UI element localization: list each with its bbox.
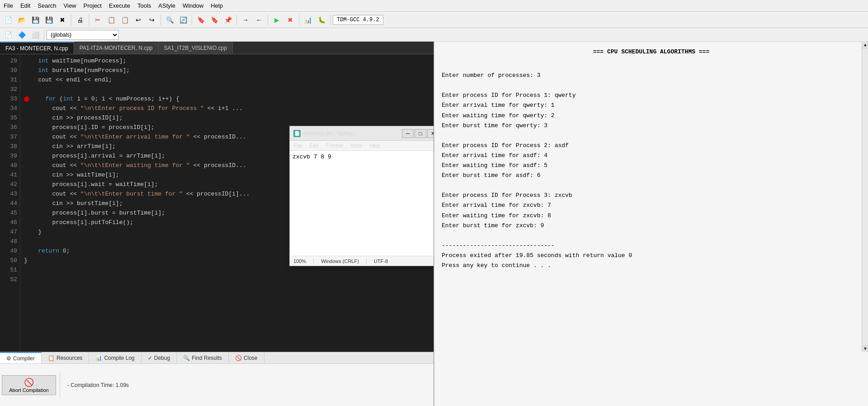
compiler-label: TDM-GCC 4.9.2: [333, 15, 383, 25]
tab-close[interactable]: 🚫 Close: [229, 352, 264, 363]
compile-run-btn[interactable]: ▶: [270, 14, 283, 26]
file-tabs: FA3 - MONTECER, N.cpp PA1-IT2A-MONTECER,…: [0, 42, 434, 54]
menu-tools[interactable]: Tools: [134, 1, 155, 10]
tab-compiler[interactable]: ⚙ Compiler: [0, 352, 42, 363]
notepad-title: process.txt - Notep...: [303, 130, 358, 137]
notepad-menubar: File Edit Format View Help: [290, 141, 434, 151]
console-line-4: Enter arrival time for qwerty: 1: [442, 100, 861, 110]
menu-help[interactable]: Help: [207, 1, 226, 10]
console-line-10: Enter waiting time for asdf: 5: [442, 161, 861, 171]
abort-icon: 🚫: [24, 377, 34, 387]
new-file-btn[interactable]: 📄: [2, 14, 14, 26]
debug-btn[interactable]: 🐛: [315, 14, 328, 26]
console-line-13: Enter process ID for Process 3: zxcvb: [442, 191, 861, 201]
compiler-icon: ⚙: [6, 355, 11, 362]
toolbar-sep-1: [71, 14, 71, 25]
notepad-statusbar: 100% Windows (CRLF) UTF-8: [290, 256, 434, 266]
toolbar-sep-7: [299, 14, 299, 25]
right-scroll-up[interactable]: ▲: [862, 42, 868, 48]
bookmark-btn[interactable]: 🔖: [194, 14, 207, 26]
tab-resources[interactable]: 📋 Resources: [42, 352, 89, 363]
menu-view[interactable]: View: [60, 1, 80, 10]
notepad-sep1: [313, 258, 314, 264]
menu-file[interactable]: File: [0, 1, 17, 10]
main-toolbar: 📄 📂 💾 💾 ✖ 🖨 ✂ 📋 📋 ↩ ↪ 🔍 🔄 🔖 🔖 📌 → ← ▶ ✖ …: [0, 12, 868, 28]
redo-btn[interactable]: ↪: [146, 14, 158, 26]
cut-btn[interactable]: ✂: [91, 14, 104, 26]
new-class-btn[interactable]: 📄: [2, 29, 14, 41]
notepad-maximize-btn[interactable]: □: [415, 129, 426, 138]
menu-project[interactable]: Project: [80, 1, 105, 10]
save-file-btn[interactable]: 💾: [29, 14, 42, 26]
compile-log-tab-label: Compile Log: [104, 355, 134, 361]
save-all-btn[interactable]: 💾: [42, 14, 55, 26]
class-btn[interactable]: 🔷: [15, 29, 28, 41]
abort-compilation-btn[interactable]: 🚫 Abort Compilation: [2, 375, 56, 395]
find-results-tab-label: Find Results: [192, 355, 222, 361]
menu-window[interactable]: Window: [179, 1, 207, 10]
stop-btn[interactable]: ✖: [284, 14, 297, 26]
notepad-controls: ─ □ ✕: [402, 129, 434, 138]
close-file-btn[interactable]: ✖: [56, 14, 69, 26]
menu-execute[interactable]: Execute: [105, 1, 134, 10]
outdent-btn[interactable]: ←: [253, 14, 265, 26]
struct-btn[interactable]: ⬜: [29, 29, 42, 41]
resources-tab-label: Resources: [57, 355, 82, 361]
notepad-icon: 📄: [293, 130, 301, 137]
menu-search[interactable]: Search: [34, 1, 60, 10]
toolbar-sep-2: [89, 14, 89, 25]
np-menu-format[interactable]: Format: [322, 142, 347, 150]
tab-pa1[interactable]: PA1-IT2A-MONTECER, N.cpp: [74, 42, 159, 54]
abort-label: Abort Compilation: [9, 387, 48, 393]
paste-btn[interactable]: 📋: [118, 14, 131, 26]
compile-time-value: Compilation Time: 1.09s: [71, 382, 129, 388]
right-scroll-down[interactable]: ▼: [862, 345, 868, 352]
tab-compile-log[interactable]: 📊 Compile Log: [89, 352, 141, 363]
np-menu-view[interactable]: View: [347, 142, 366, 150]
tab-debug[interactable]: ✓ Debug: [142, 352, 177, 363]
menu-edit[interactable]: Edit: [17, 1, 34, 10]
console-line-7: [442, 131, 861, 141]
secondary-toolbar: 📄 🔷 ⬜ (globals): [0, 28, 868, 42]
notepad-close-btn[interactable]: ✕: [427, 129, 434, 138]
tab-find-results[interactable]: 🔍 Find Results: [177, 352, 229, 363]
console-content: === CPU SCHEDULING ALGORITHMS === Enter …: [442, 47, 861, 401]
toolbar-sep-5: [236, 14, 237, 25]
tab-sa1[interactable]: SA1_IT2B_VISLENIO.cpp: [159, 42, 233, 54]
search-btn[interactable]: 🔍: [163, 14, 176, 26]
compile-time: - Compilation Time: 1.09s: [62, 380, 134, 390]
toolbar-sep-3: [160, 14, 161, 25]
np-menu-help[interactable]: Help: [366, 142, 384, 150]
console-line-15: Enter waiting time for zxcvb: 8: [442, 211, 861, 221]
console-line-8: Enter process ID for Process 2: asdf: [442, 141, 861, 151]
bookmark-next-btn[interactable]: 🔖: [208, 14, 221, 26]
toolbar-sep-4: [192, 14, 192, 25]
toolbar-sep-6: [268, 14, 268, 25]
undo-btn[interactable]: ↩: [132, 14, 145, 26]
bookmark-add-btn[interactable]: 📌: [222, 14, 234, 26]
toolbar2-sep: [44, 29, 44, 40]
notepad-encoding: Windows (CRLF): [321, 258, 359, 264]
globals-select[interactable]: (globals): [47, 30, 119, 40]
console-line-19: Process exited after 19.85 seconds with …: [442, 251, 861, 261]
right-area: ▲ ▼ === CPU SCHEDULING ALGORITHMS === En…: [434, 42, 868, 406]
indent-btn[interactable]: →: [239, 14, 252, 26]
np-menu-file[interactable]: File: [290, 142, 306, 150]
menu-astyle[interactable]: AStyle: [155, 1, 179, 10]
console-line-11: Enter burst time for asdf: 6: [442, 171, 861, 181]
print-btn[interactable]: 🖨: [74, 14, 86, 26]
notepad-minimize-btn[interactable]: ─: [402, 129, 414, 138]
notepad-content-area[interactable]: zxcvb 7 8 9: [290, 151, 434, 256]
console-line-9: Enter arrival time for asdf: 4: [442, 151, 861, 161]
np-menu-edit[interactable]: Edit: [306, 142, 322, 150]
code-editor: 2930313233 3435363738 3940414243 4445464…: [0, 54, 434, 352]
chart-btn[interactable]: 📊: [302, 14, 314, 26]
notepad-zoom: 100%: [293, 258, 306, 264]
copy-btn[interactable]: 📋: [105, 14, 118, 26]
notepad-charset: UTF-8: [374, 258, 388, 264]
tab-fa3[interactable]: FA3 - MONTECER, N.cpp: [0, 42, 74, 54]
replace-btn[interactable]: 🔄: [177, 14, 189, 26]
bottom-tabs: ⚙ Compiler 📋 Resources 📊 Compile Log ✓ D…: [0, 352, 434, 364]
find-results-icon: 🔍: [183, 355, 190, 361]
open-file-btn[interactable]: 📂: [15, 14, 28, 26]
